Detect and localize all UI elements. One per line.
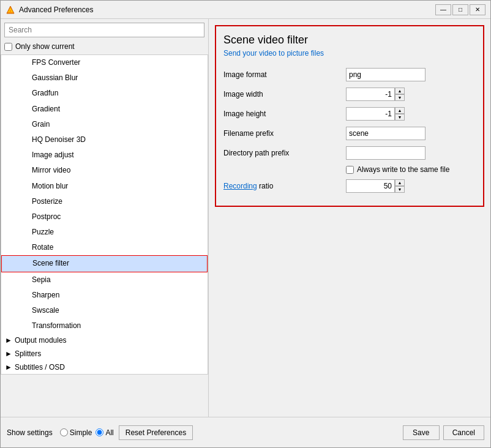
- chevron-right-icon: ►: [5, 336, 12, 345]
- image-width-spin: ▲ ▼: [346, 88, 405, 101]
- list-item[interactable]: Sharpen: [1, 288, 208, 303]
- only-show-current-row: Only show current: [1, 41, 208, 54]
- always-write-row: Always write to the same file: [223, 165, 476, 174]
- output-modules-label: Output modules: [15, 336, 67, 345]
- radio-all[interactable]: [96, 428, 103, 436]
- main-window: Advanced Preferences — □ ✕ Only show cur…: [0, 0, 491, 448]
- list-item[interactable]: Motion blur: [1, 179, 208, 194]
- show-settings-label: Show settings: [7, 428, 53, 437]
- left-panel: Only show current FPS Converter Gaussian…: [1, 19, 209, 417]
- search-input[interactable]: [4, 23, 204, 37]
- close-button[interactable]: ✕: [470, 4, 485, 15]
- subtitles-label: Subtitles / OSD: [15, 363, 65, 371]
- list-item[interactable]: Grain: [1, 117, 208, 132]
- svg-point-2: [10, 10, 12, 12]
- only-show-current-label: Only show current: [15, 42, 75, 51]
- titlebar: Advanced Preferences — □ ✕: [1, 1, 490, 19]
- image-width-input[interactable]: [346, 88, 395, 101]
- recording-underline: Recording: [223, 182, 257, 190]
- window-controls: — □ ✕: [435, 4, 485, 15]
- recording-ratio-spin-buttons: ▲ ▼: [395, 179, 405, 193]
- radio-simple-label: Simple: [70, 428, 92, 437]
- always-write-label: Always write to the same file: [357, 165, 449, 174]
- scene-filter-panel: Scene video filter Send your video to pi…: [215, 25, 484, 207]
- image-height-row: Image height ▲ ▼: [223, 106, 476, 121]
- splitters-label: Splitters: [15, 349, 41, 358]
- image-width-label: Image width: [223, 90, 346, 99]
- maximize-button[interactable]: □: [452, 4, 468, 15]
- radio-group: Simple All: [60, 428, 114, 437]
- subtitles-group[interactable]: ► Subtitles / OSD: [1, 360, 208, 374]
- image-height-spin: ▲ ▼: [346, 107, 405, 121]
- image-width-spin-buttons: ▲ ▼: [395, 88, 405, 101]
- image-height-label: Image height: [223, 110, 346, 118]
- list-item[interactable]: Transformation: [1, 318, 208, 334]
- recording-ratio-down[interactable]: ▼: [395, 186, 405, 193]
- filename-prefix-label: Filename prefix: [223, 129, 346, 138]
- recording-ratio-input[interactable]: [346, 179, 395, 193]
- scene-filter-subtitle: Send your video to picture files: [223, 49, 476, 58]
- recording-ratio-up[interactable]: ▲: [395, 179, 405, 186]
- list-item[interactable]: Swscale: [1, 303, 208, 318]
- list-item[interactable]: Gradfun: [1, 86, 208, 101]
- list-item[interactable]: Puzzle: [1, 225, 208, 240]
- list-item[interactable]: Gradient: [1, 102, 208, 117]
- list-item[interactable]: Postproc: [1, 209, 208, 225]
- image-width-up[interactable]: ▲: [395, 88, 405, 94]
- image-format-row: Image format: [223, 67, 476, 82]
- directory-path-label: Directory path prefix: [223, 149, 346, 157]
- main-content: Only show current FPS Converter Gaussian…: [1, 19, 490, 417]
- image-height-input[interactable]: [346, 107, 395, 121]
- output-modules-group[interactable]: ► Output modules: [1, 334, 208, 347]
- minimize-button[interactable]: —: [435, 4, 451, 15]
- recording-ratio-spin: ▲ ▼: [346, 179, 405, 193]
- list-item[interactable]: Image adjust: [1, 147, 208, 163]
- tree-container: FPS Converter Gaussian Blur Gradfun Grad…: [1, 54, 208, 375]
- scene-filter-title: Scene video filter: [223, 34, 476, 47]
- always-write-checkbox[interactable]: [346, 166, 354, 174]
- image-width-down[interactable]: ▼: [395, 94, 405, 101]
- window-title: Advanced Preferences: [19, 6, 435, 14]
- radio-all-option[interactable]: All: [96, 428, 113, 437]
- cancel-button[interactable]: Cancel: [443, 425, 484, 440]
- filename-prefix-input[interactable]: [346, 127, 425, 140]
- list-item[interactable]: Gaussian Blur: [1, 70, 208, 86]
- image-height-spin-buttons: ▲ ▼: [395, 107, 405, 121]
- bottom-right-buttons: Save Cancel: [403, 425, 484, 440]
- recording-ratio-row: Recording ratio ▲ ▼: [223, 179, 476, 193]
- list-item[interactable]: Sepia: [1, 272, 208, 288]
- list-item[interactable]: Mirror video: [1, 163, 208, 178]
- app-icon: [6, 5, 15, 15]
- chevron-right-icon: ►: [5, 363, 12, 371]
- radio-simple[interactable]: [60, 428, 68, 436]
- list-item[interactable]: FPS Converter: [1, 55, 208, 70]
- tree-scroll-wrapper: FPS Converter Gaussian Blur Gradfun Grad…: [1, 54, 208, 417]
- splitters-group[interactable]: ► Splitters: [1, 347, 208, 360]
- list-item[interactable]: HQ Denoiser 3D: [1, 132, 208, 147]
- directory-path-row: Directory path prefix: [223, 146, 476, 160]
- recording-ratio-label: Recording ratio: [223, 182, 346, 190]
- directory-path-input[interactable]: [346, 146, 425, 160]
- image-format-input[interactable]: [346, 68, 425, 81]
- list-item[interactable]: Posterize: [1, 194, 208, 209]
- right-panel: Scene video filter Send your video to pi…: [209, 19, 490, 417]
- image-height-up[interactable]: ▲: [395, 107, 405, 114]
- radio-simple-option[interactable]: Simple: [60, 428, 92, 437]
- reset-preferences-button[interactable]: Reset Preferences: [119, 425, 193, 440]
- image-height-down[interactable]: ▼: [395, 114, 405, 121]
- image-format-label: Image format: [223, 70, 346, 79]
- only-show-current-checkbox[interactable]: [4, 43, 12, 51]
- chevron-right-icon: ►: [5, 349, 12, 358]
- list-item[interactable]: Rotate: [1, 240, 208, 255]
- save-button[interactable]: Save: [403, 425, 440, 440]
- filename-prefix-row: Filename prefix: [223, 126, 476, 141]
- bottom-bar: Show settings Simple All Reset Preferenc…: [1, 417, 490, 447]
- radio-all-label: All: [105, 428, 113, 437]
- scene-filter-item[interactable]: Scene filter: [1, 255, 208, 272]
- image-width-row: Image width ▲ ▼: [223, 87, 476, 102]
